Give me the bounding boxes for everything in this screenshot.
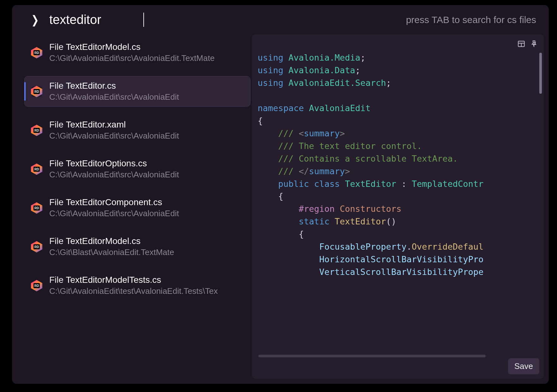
result-title: File TextEditorModelTests.cs xyxy=(49,275,218,285)
save-button[interactable]: Save xyxy=(508,358,539,374)
svg-text:RD: RD xyxy=(34,51,39,55)
pin-icon[interactable] xyxy=(530,39,538,51)
preview-layout-icon[interactable] xyxy=(517,39,525,51)
result-text: File TextEditor.cs C:\Git\AvaloniaEdit\s… xyxy=(49,81,179,102)
search-input[interactable] xyxy=(49,13,144,27)
results-list[interactable]: RD File TextEditorModel.cs C:\Git\Avalon… xyxy=(12,34,252,384)
search-row: ❯ press TAB to search for cs files xyxy=(12,5,549,34)
svg-text:RD: RD xyxy=(34,129,39,132)
vertical-scrollbar[interactable] xyxy=(539,53,542,94)
result-item[interactable]: RD File TextEditorModel.cs C:\Git\Blast\… xyxy=(25,232,250,262)
result-path: C:\Git\AvaloniaEdit\src\AvaloniaEdit xyxy=(49,92,179,102)
svg-text:RD: RD xyxy=(34,168,39,171)
result-text: File TextEditorComponent.cs C:\Git\Avalo… xyxy=(49,197,179,218)
result-text: File TextEditorModel.cs C:\Git\Blast\Ava… xyxy=(49,236,174,257)
code-content: using Avalonia.Media;using Avalonia.Data… xyxy=(258,51,544,278)
svg-text:RD: RD xyxy=(34,206,39,210)
result-text: File TextEditorModelTests.cs C:\Git\Aval… xyxy=(49,275,218,296)
result-item[interactable]: RD File TextEditor.cs C:\Git\AvaloniaEdi… xyxy=(25,76,250,106)
result-path: C:\Git\AvaloniaEdit\src\AvaloniaEdit xyxy=(49,209,179,218)
body: RD File TextEditorModel.cs C:\Git\Avalon… xyxy=(12,34,549,384)
result-path: C:\Git\AvaloniaEdit\src\AvaloniaEdit.Tex… xyxy=(49,53,215,63)
search-window: ❯ press TAB to search for cs files RD Fi… xyxy=(12,5,549,384)
prompt-chevron-icon: ❯ xyxy=(31,13,39,27)
result-title: File TextEditorModel.cs xyxy=(49,236,174,246)
result-title: File TextEditor.xaml xyxy=(49,120,179,130)
result-item[interactable]: RD File TextEditor.xaml C:\Git\AvaloniaE… xyxy=(25,115,250,145)
result-title: File TextEditorModel.cs xyxy=(49,42,215,52)
horizontal-scrollbar[interactable] xyxy=(258,355,486,357)
result-text: File TextEditorModel.cs C:\Git\AvaloniaE… xyxy=(49,42,215,63)
result-path: C:\Git\AvaloniaEdit\test\AvaloniaEdit.Te… xyxy=(49,286,218,296)
result-title: File TextEditorOptions.cs xyxy=(49,158,179,169)
code-preview: using Avalonia.Media;using Avalonia.Data… xyxy=(252,34,544,379)
result-path: C:\Git\AvaloniaEdit\src\AvaloniaEdit xyxy=(49,131,179,141)
result-item[interactable]: RD File TextEditorOptions.cs C:\Git\Aval… xyxy=(25,154,250,184)
result-title: File TextEditorComponent.cs xyxy=(49,197,179,207)
result-item[interactable]: RD File TextEditorModel.cs C:\Git\Avalon… xyxy=(25,38,250,68)
result-path: C:\Git\AvaloniaEdit\src\AvaloniaEdit xyxy=(49,170,179,180)
svg-text:RD: RD xyxy=(34,90,39,93)
result-item[interactable]: RD File TextEditorModelTests.cs C:\Git\A… xyxy=(25,270,250,300)
result-title: File TextEditor.cs xyxy=(49,81,179,91)
svg-text:RD: RD xyxy=(34,284,39,288)
preview-toolbar xyxy=(517,39,538,51)
search-hint: press TAB to search for cs files xyxy=(406,15,536,25)
result-item[interactable]: RD File TextEditorComponent.cs C:\Git\Av… xyxy=(25,193,250,223)
result-path: C:\Git\Blast\AvaloniaEdit.TextMate xyxy=(49,247,174,257)
svg-text:RD: RD xyxy=(34,245,39,249)
result-text: File TextEditor.xaml C:\Git\AvaloniaEdit… xyxy=(49,120,179,141)
result-text: File TextEditorOptions.cs C:\Git\Avaloni… xyxy=(49,158,179,180)
